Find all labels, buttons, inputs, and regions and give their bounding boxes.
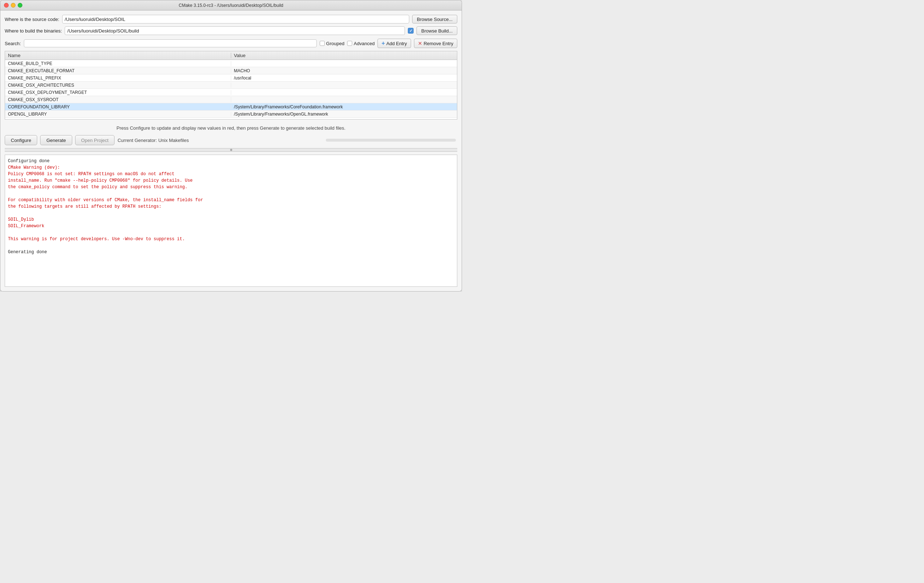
- plus-icon: +: [381, 40, 385, 46]
- browse-build-button[interactable]: Browse Build...: [416, 26, 457, 35]
- build-row: Where to build the binaries: Browse Buil…: [5, 26, 457, 35]
- table-cell-name: CMAKE_OSX_SYSROOT: [5, 97, 231, 102]
- build-label: Where to build the binaries:: [5, 28, 62, 34]
- main-content: Where is the source code: Browse Source.…: [0, 10, 462, 291]
- log-line: SOIL_Dylib: [8, 216, 454, 223]
- table-row[interactable]: CMAKE_OSX_ARCHITECTURES: [5, 82, 457, 89]
- table-cell-value: /usr/local: [231, 76, 457, 81]
- table-row[interactable]: OPENGL_LIBRARY/System/Library/Frameworks…: [5, 111, 457, 118]
- table-row[interactable]: COREFOUNDATION_LIBRARY/System/Library/Fr…: [5, 103, 457, 111]
- log-line: Policy CMP0068 is not set: RPATH setting…: [8, 171, 454, 177]
- table-cell-name: COREFOUNDATION_LIBRARY: [5, 104, 231, 109]
- table-cell-value: /System/Library/Frameworks/CoreFoundatio…: [231, 104, 457, 109]
- table-cell-value: MACHO: [231, 68, 457, 73]
- source-label: Where is the source code:: [5, 17, 59, 22]
- generate-button[interactable]: Generate: [40, 135, 72, 145]
- col-name-header: Name: [5, 53, 231, 58]
- log-line: CMake Warning (dev):: [8, 164, 454, 171]
- table-row[interactable]: CMAKE_OSX_SYSROOT: [5, 96, 457, 103]
- table-row[interactable]: CMAKE_OSX_DEPLOYMENT_TARGET: [5, 89, 457, 96]
- remove-entry-label: Remove Entry: [424, 41, 453, 46]
- table-body: CMAKE_BUILD_TYPECMAKE_EXECUTABLE_FORMATM…: [5, 60, 457, 118]
- log-line: the following targets are still affected…: [8, 203, 454, 210]
- log-line: [8, 230, 454, 236]
- add-entry-button[interactable]: + Add Entry: [378, 39, 411, 48]
- button-row: Configure Generate Open Project Current …: [5, 135, 457, 145]
- col-value-header: Value: [231, 53, 457, 58]
- title-bar: CMake 3.15.0-rc3 - /Users/luoruidi/Deskt…: [0, 0, 462, 10]
- log-line: SOIL_Framework: [8, 223, 454, 230]
- log-line: Generating done: [8, 249, 454, 255]
- source-row: Where is the source code: Browse Source.…: [5, 15, 457, 23]
- window-title: CMake 3.15.0-rc3 - /Users/luoruidi/Deskt…: [179, 3, 283, 8]
- configure-button[interactable]: Configure: [5, 135, 37, 145]
- advanced-label: Advanced: [354, 41, 375, 46]
- table-row[interactable]: CMAKE_INSTALL_PREFIX/usr/local: [5, 74, 457, 82]
- grouped-checkbox[interactable]: [320, 41, 325, 46]
- traffic-lights: [4, 3, 22, 8]
- log-line: [8, 190, 454, 197]
- advanced-checkbox-group: Advanced: [347, 41, 375, 46]
- close-button[interactable]: [4, 3, 9, 8]
- table-row[interactable]: CMAKE_BUILD_TYPE: [5, 60, 457, 67]
- search-input[interactable]: [24, 40, 317, 47]
- open-project-button[interactable]: Open Project: [75, 135, 115, 145]
- remove-icon: ✕: [418, 40, 422, 46]
- table-cell-name: CMAKE_OSX_DEPLOYMENT_TARGET: [5, 90, 231, 95]
- table-row[interactable]: CMAKE_EXECUTABLE_FORMATMACHO: [5, 67, 457, 74]
- add-entry-label: Add Entry: [386, 41, 407, 46]
- log-line: install_name. Run "cmake --help-policy C…: [8, 177, 454, 184]
- status-text: Press Configure to update and display ne…: [5, 122, 457, 132]
- log-line: This warning is for project developers. …: [8, 236, 454, 243]
- log-line: For compatibility with older versions of…: [8, 197, 454, 203]
- advanced-checkbox[interactable]: [347, 41, 352, 46]
- log-line: Configuring done: [8, 158, 454, 164]
- browse-source-button[interactable]: Browse Source...: [412, 15, 457, 23]
- maximize-button[interactable]: [18, 3, 22, 8]
- divider-dot: [230, 149, 232, 151]
- table-cell-name: CMAKE_BUILD_TYPE: [5, 61, 231, 66]
- build-checkbox[interactable]: [408, 28, 414, 34]
- generator-label: Current Generator: Unix Makefiles: [117, 138, 188, 143]
- scrollbar-track[interactable]: [326, 139, 456, 142]
- log-line: [8, 210, 454, 216]
- remove-entry-button[interactable]: ✕ Remove Entry: [414, 39, 457, 48]
- log-line: [8, 243, 454, 249]
- table-cell-value: /System/Library/Frameworks/OpenGL.framew…: [231, 112, 457, 117]
- entries-table-container: Name Value CMAKE_BUILD_TYPECMAKE_EXECUTA…: [5, 51, 457, 120]
- source-path-input[interactable]: [62, 15, 409, 23]
- divider-handle[interactable]: [5, 148, 457, 152]
- main-window: CMake 3.15.0-rc3 - /Users/luoruidi/Deskt…: [0, 0, 462, 292]
- build-path-input[interactable]: [65, 26, 405, 35]
- search-row: Search: Grouped Advanced + Add Entry ✕ R…: [5, 39, 457, 48]
- table-cell-name: CMAKE_INSTALL_PREFIX: [5, 76, 231, 81]
- table-cell-name: CMAKE_EXECUTABLE_FORMAT: [5, 68, 231, 73]
- log-area[interactable]: Configuring doneCMake Warning (dev): Pol…: [5, 155, 457, 287]
- table-cell-name: OPENGL_LIBRARY: [5, 112, 231, 117]
- grouped-checkbox-group: Grouped: [320, 41, 345, 46]
- minimize-button[interactable]: [11, 3, 15, 8]
- search-label: Search:: [5, 41, 21, 46]
- log-line: the cmake_policy command to set the poli…: [8, 184, 454, 190]
- grouped-label: Grouped: [326, 41, 345, 46]
- table-header: Name Value: [5, 51, 457, 60]
- table-cell-name: CMAKE_OSX_ARCHITECTURES: [5, 83, 231, 88]
